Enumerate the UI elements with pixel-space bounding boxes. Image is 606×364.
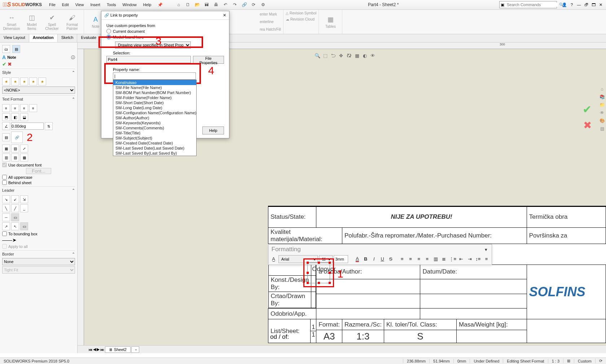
tp-res-icon[interactable]: 📚 [599, 94, 605, 100]
menu-view[interactable]: View [73, 1, 87, 8]
more-icon[interactable]: ≡ [483, 255, 490, 263]
sheet-nav-first-icon[interactable]: ⏮ [88, 347, 92, 352]
columns-icon[interactable]: ▥ [432, 255, 439, 263]
tab-view-layout[interactable]: View Layout [0, 34, 29, 42]
center-mark-button[interactable]: enter Mark [260, 12, 281, 16]
style-select[interactable]: <NONE> [2, 86, 75, 94]
search-input[interactable] [505, 3, 558, 7]
section-icon[interactable]: ▦ [354, 52, 361, 59]
behind-sheet-check[interactable] [2, 180, 7, 185]
sheet-nav-next-icon[interactable]: ▶ [97, 347, 100, 352]
chevron-up-icon[interactable]: ⌃ [72, 252, 75, 257]
settings-icon[interactable]: ⚙ [259, 1, 267, 8]
chevron-up-icon[interactable]: ⌃ [72, 188, 75, 193]
home-icon[interactable]: ⌂ [174, 1, 183, 8]
dialog-close-icon[interactable]: ✕ [223, 13, 226, 18]
prop-item[interactable]: SW-Last Saved Date(Last Saved Date) [113, 146, 196, 151]
tp-prop-icon[interactable]: ▤ [599, 125, 605, 132]
prop-item[interactable]: SW-Created Date(Created Date) [113, 141, 196, 146]
prop-item[interactable]: SW-Title(Title) [113, 130, 196, 136]
status-scale[interactable]: 1 : 3 [548, 359, 563, 363]
bold-icon[interactable]: B [362, 255, 369, 263]
undo-icon[interactable]: ↶ [221, 1, 230, 8]
linespace-icon[interactable]: ↕≡ [474, 255, 482, 263]
zoom-prev-icon[interactable]: ⮌ [330, 52, 337, 59]
fmt-close-icon[interactable]: ▾ [482, 246, 490, 254]
sheet-nav-prev-icon[interactable]: ◀ [93, 347, 96, 352]
smart-dimension-button[interactable]: ↔︎Smart Dimension [2, 11, 21, 32]
space-input[interactable] [334, 255, 348, 263]
style-star4-icon[interactable]: ★ [29, 77, 37, 85]
sheet-nav-last-icon[interactable]: ⏭ [100, 347, 104, 352]
chevron-up-icon[interactable]: ⌃ [72, 97, 75, 102]
leader-11-icon[interactable]: ▭ [20, 222, 28, 230]
print-icon[interactable]: 🖶 [212, 1, 220, 8]
spinner-icon[interactable]: ⇅ [45, 122, 53, 130]
leader-10-icon[interactable]: ↖ [11, 222, 19, 230]
link-icon[interactable]: 🔗 [240, 1, 249, 8]
prop-item[interactable]: SW-Last Saved By(Last Saved By) [113, 151, 196, 156]
all-uppercase-check[interactable] [2, 175, 7, 179]
menu-tools[interactable]: Tools [104, 1, 119, 8]
display-icon[interactable]: ◐ [361, 52, 369, 59]
tab-annotation[interactable]: Annotation [29, 34, 58, 42]
leader-header[interactable]: Leader [2, 188, 14, 193]
border-type-select[interactable]: None [2, 258, 75, 265]
num-list-icon[interactable]: ≣ [440, 255, 448, 263]
just-left-icon[interactable]: ≡ [399, 255, 406, 263]
prop-item[interactable]: SW-Keywords(Keywords) [113, 120, 196, 125]
leader-8-icon[interactable]: ▭ [11, 213, 19, 221]
zoom-fit-icon[interactable]: 🔍 [314, 52, 321, 59]
rotate-icon[interactable]: 🗘 [346, 52, 353, 59]
prop-item[interactable]: SW-BOM Part Number(BOM Part Number) [113, 90, 196, 95]
tp-appear-icon[interactable]: 🎨 [599, 117, 605, 124]
chevron-up-icon[interactable]: ⌃ [72, 70, 75, 75]
pin-icon[interactable]: 📌 [155, 1, 166, 8]
underline-icon[interactable]: U [379, 255, 386, 263]
border-header[interactable]: Border [2, 252, 14, 257]
italic-icon[interactable]: I [370, 255, 378, 263]
align-right-icon[interactable]: ≡ [20, 104, 28, 112]
revision-cloud-button[interactable]: ☁ Revision Cloud [286, 17, 316, 21]
new-icon[interactable]: 🗋 [184, 1, 192, 8]
tf-btn4-icon[interactable]: ▧ [11, 145, 19, 152]
just-center-icon[interactable]: ≡ [407, 255, 414, 263]
menu-insert[interactable]: Insert [87, 1, 103, 8]
maximize-icon[interactable]: 🗖 [590, 1, 597, 8]
model-items-button[interactable]: ◫Model Items [22, 11, 41, 32]
status-custom[interactable]: Custom [574, 359, 595, 363]
fmt-a-icon[interactable]: A̲ [270, 255, 277, 263]
bul-list-icon[interactable]: ⋮≡ [449, 255, 457, 263]
tf-btn3-icon[interactable]: ▦ [2, 145, 10, 152]
valign-mid-icon[interactable]: ◧ [11, 113, 19, 121]
property-dropdown-list[interactable]: Konstruisao SW-File Name(File Name) SW-B… [113, 80, 197, 156]
style-star3-icon[interactable]: ★ [20, 77, 28, 85]
tf-btn8-icon[interactable]: ▩ [20, 154, 28, 161]
feature-tree-icon[interactable]: 🗂 [2, 45, 10, 53]
search-commands[interactable]: ▣ 🔍 [499, 1, 557, 8]
prop-item[interactable]: SW-Configuration Name(Configuration Name… [113, 110, 196, 115]
tp-view-icon[interactable]: 👁 [599, 110, 605, 116]
leader-2-icon[interactable]: ↙ [11, 195, 19, 203]
tp-home-icon[interactable]: ⌂ [599, 86, 605, 92]
leader-4-icon[interactable]: ╲ [2, 204, 10, 212]
leader-3-icon[interactable]: ⇲ [20, 195, 28, 203]
bounding-check[interactable] [2, 231, 7, 236]
property-tab-icon[interactable]: ▤ [12, 45, 20, 53]
align-left-icon[interactable]: ≡ [2, 104, 10, 112]
tab-evaluate[interactable]: Evaluate [77, 34, 100, 42]
prop-item[interactable]: SW-File Name(File Name) [113, 85, 196, 90]
open-icon[interactable]: 📂 [193, 1, 202, 8]
minimize-icon[interactable]: — [576, 1, 582, 8]
sheet-tab-sheet2[interactable]: 🗎 Sheet2 [105, 346, 131, 353]
prop-item[interactable]: SW-Author(Author) [113, 115, 196, 120]
angle-input[interactable] [11, 123, 44, 130]
hide-icon[interactable]: 👁 [369, 52, 377, 59]
tables-button[interactable]: ▦Tables [321, 11, 340, 32]
prop-item[interactable]: SW-Folder Name(Folder Name) [113, 95, 196, 100]
style-star5-icon[interactable]: ★ [38, 77, 46, 85]
prop-item[interactable]: SW-Long Date(Long Date) [113, 105, 196, 110]
menu-file[interactable]: File [46, 1, 58, 8]
menu-window[interactable]: Window [120, 1, 140, 8]
leader-7-icon[interactable]: ─ [2, 213, 10, 221]
